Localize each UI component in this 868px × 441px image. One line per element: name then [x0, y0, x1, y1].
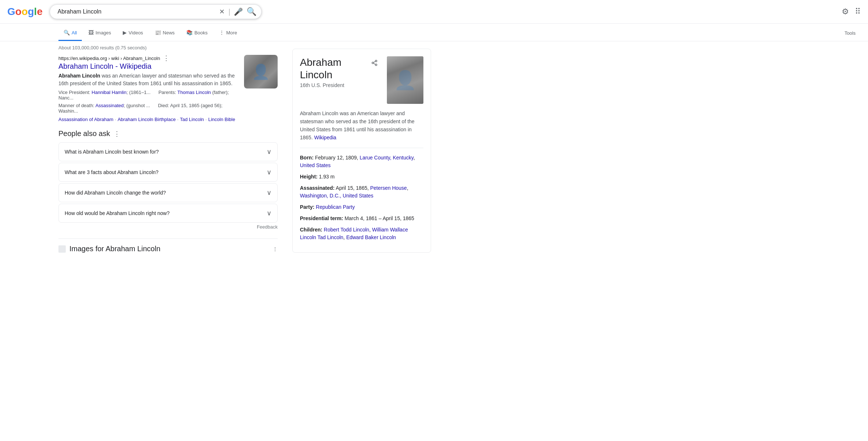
nav-item-news[interactable]: 📰 News	[150, 25, 180, 41]
all-icon: 🔍	[64, 30, 70, 35]
images-section-title: Images for Abraham Lincoln	[69, 245, 269, 253]
paa-options-icon[interactable]: ⋮	[114, 130, 120, 138]
kp-fact-party: Party: Republican Party	[300, 203, 423, 211]
related-link-2[interactable]: Abraham Lincoln Birthplace	[118, 117, 176, 122]
result-meta-2: Manner of death: Assassinated; (gunshot …	[58, 103, 238, 114]
nav-label-news: News	[163, 30, 175, 35]
logo-o2: o	[22, 6, 28, 17]
kp-children-sep3: ,	[343, 234, 346, 240]
kp-born-label: Born:	[300, 155, 313, 161]
kp-lincoln-photo: 👤	[387, 56, 423, 104]
svg-point-1	[372, 62, 374, 64]
share-svg	[371, 60, 378, 66]
header: Google ✕ | 🎤 🔍 ⚙ ⠿	[0, 0, 868, 24]
vp-label: Vice President:	[58, 90, 90, 95]
nav-item-images[interactable]: 🖼 Images	[83, 25, 116, 41]
paa-item-4[interactable]: How old would be Abraham Lincoln right n…	[58, 204, 278, 223]
result-thumbnail: 👤	[244, 55, 278, 88]
images-section: Images for Abraham Lincoln ⋮	[58, 238, 278, 253]
logo-g2: g	[28, 6, 34, 17]
kp-assassinated-link1[interactable]: Petersen House	[370, 185, 407, 191]
kp-height-label: Height:	[300, 174, 317, 180]
nav-label-more: More	[226, 30, 237, 35]
died-label: Died:	[158, 103, 169, 108]
knowledge-panel: Abraham Lincoln 16th U.S. President 👤 Ab…	[292, 49, 431, 253]
lincoln-thumb-image: 👤	[244, 55, 278, 88]
search-nav: 🔍 All 🖼 Images ▶ Videos 📰 News 📚 Books ⋮…	[0, 24, 868, 41]
images-icon: 🖼	[88, 30, 94, 35]
right-column: Abraham Lincoln 16th U.S. President 👤 Ab…	[292, 41, 431, 253]
related-link-3[interactable]: Tad Lincoln	[180, 117, 204, 122]
tools-button[interactable]: Tools	[840, 26, 861, 40]
svg-point-2	[375, 64, 377, 66]
search-submit-icon[interactable]: 🔍	[247, 7, 256, 16]
paa-item-2[interactable]: What are 3 facts about Abraham Lincoln? …	[58, 163, 278, 182]
share-icon[interactable]	[368, 56, 381, 69]
paa-header: People also ask ⋮	[58, 129, 278, 138]
images-options-icon[interactable]: ⋮	[273, 246, 278, 252]
nav-label-books: Books	[194, 30, 208, 35]
result-options-icon[interactable]: ⋮	[163, 55, 170, 61]
kp-born-text: February 12, 1809,	[313, 155, 359, 161]
kp-title-area: Abraham Lincoln 16th U.S. President	[300, 56, 362, 104]
result-item-wikipedia: https://en.wikipedia.org › wiki › Abraha…	[58, 55, 278, 122]
people-also-ask-section: People also ask ⋮ What is Abraham Lincol…	[58, 129, 278, 230]
nav-item-all[interactable]: 🔍 All	[58, 25, 82, 41]
paa-item-1[interactable]: What is Abraham Lincoln best known for? …	[58, 142, 278, 161]
kp-party-link[interactable]: Republican Party	[316, 204, 355, 210]
nav-item-more[interactable]: ⋮ More	[214, 25, 242, 41]
kp-assassinated-text: April 15, 1865,	[335, 185, 370, 191]
vp-link[interactable]: Hannibal Hamlin	[92, 90, 126, 95]
chevron-down-icon-1: ∨	[267, 148, 271, 156]
kp-fact-term: Presidential term: March 4, 1861 – April…	[300, 215, 423, 222]
header-right: ⚙ ⠿	[842, 7, 861, 16]
kp-fact-born: Born: February 12, 1809, Larue County, K…	[300, 154, 423, 169]
settings-icon[interactable]: ⚙	[842, 7, 849, 16]
kp-assassinated-link2[interactable]: Washington, D.C., United States	[300, 193, 373, 199]
kp-height-text: 1.93 m	[317, 174, 335, 180]
chevron-down-icon-4: ∨	[267, 209, 271, 217]
nav-item-videos[interactable]: ▶ Videos	[118, 25, 148, 41]
manner-rest: ; (gunshot ...	[124, 103, 150, 108]
parents-link[interactable]: Thomas Lincoln	[177, 90, 211, 95]
feedback-link[interactable]: Feedback	[58, 224, 278, 230]
logo-l: l	[34, 6, 37, 17]
clear-icon[interactable]: ✕	[219, 8, 225, 16]
parents-label: Parents:	[159, 90, 176, 95]
mic-icon[interactable]: 🎤	[234, 7, 243, 16]
apps-icon[interactable]: ⠿	[855, 7, 861, 16]
nav-label-videos: Videos	[129, 30, 143, 35]
svg-line-4	[373, 61, 375, 63]
nav-label-all: All	[72, 30, 77, 35]
paa-question-2: What are 3 facts about Abraham Lincoln?	[65, 169, 159, 175]
related-link-4[interactable]: Lincoln Bible	[208, 117, 235, 122]
search-icon-group: ✕ | 🎤 🔍	[219, 7, 256, 16]
results-count: About 103,000,000 results (0.75 seconds)	[58, 41, 278, 55]
paa-title: People also ask	[58, 129, 110, 138]
kp-subtitle: 16th U.S. President	[300, 82, 362, 88]
kp-name: Abraham Lincoln	[300, 56, 362, 81]
vp-rest: ; (1861–1...	[126, 90, 151, 95]
dot-2: ·	[177, 117, 179, 122]
related-link-1[interactable]: Assassination of Abraham	[58, 117, 113, 122]
kp-children-link4[interactable]: Edward Baker Lincoln	[346, 234, 396, 240]
nav-item-books[interactable]: 📚 Books	[181, 25, 213, 41]
result-title-link[interactable]: Abraham Lincoln - Wikipedia	[58, 62, 238, 71]
kp-children-link3[interactable]: Tad Lincoln	[317, 234, 343, 240]
kp-wikipedia-link[interactable]: Wikipedia	[314, 135, 336, 140]
kp-children-link1[interactable]: Robert Todd Lincoln	[324, 227, 369, 233]
paa-question-1: What is Abraham Lincoln best known for?	[65, 149, 159, 155]
result-with-thumb: https://en.wikipedia.org › wiki › Abraha…	[58, 55, 278, 122]
paa-item-3[interactable]: How did Abraham Lincoln change the world…	[58, 183, 278, 202]
result-meta: Vice President: Hannibal Hamlin; (1861–1…	[58, 90, 238, 101]
google-logo: Google	[7, 6, 42, 18]
kp-party-label: Party:	[300, 204, 315, 210]
manner-link[interactable]: Assassinated	[95, 103, 123, 108]
svg-line-3	[373, 63, 375, 64]
kp-born-link2[interactable]: United States	[300, 162, 331, 168]
kp-born-link1[interactable]: Larue County, Kentucky	[359, 155, 413, 161]
kp-born-comma: ,	[414, 155, 415, 161]
manner-label: Manner of death:	[58, 103, 94, 108]
kp-header: Abraham Lincoln 16th U.S. President 👤	[300, 56, 423, 104]
result-url: https://en.wikipedia.org › wiki › Abraha…	[58, 56, 160, 61]
